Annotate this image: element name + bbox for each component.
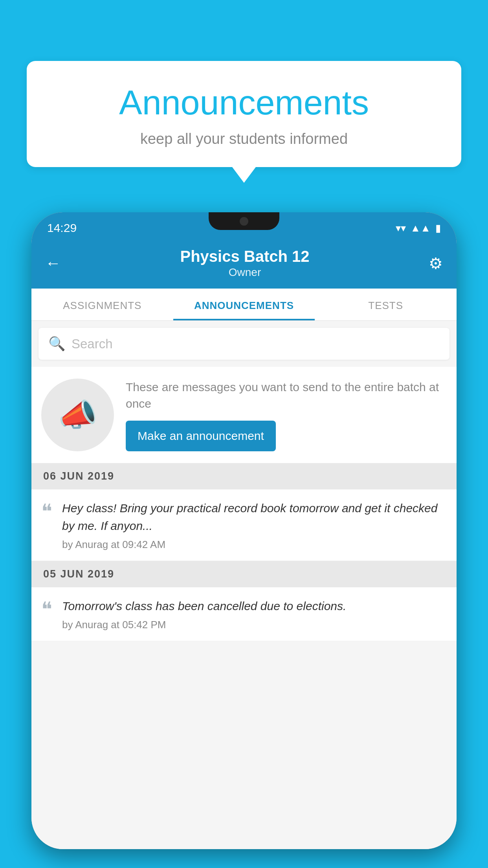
promo-description: These are messages you want to send to t… bbox=[126, 379, 447, 412]
status-time: 14:29 bbox=[47, 221, 77, 235]
tab-announcements[interactable]: ANNOUNCEMENTS bbox=[173, 289, 315, 320]
phone-camera bbox=[240, 217, 248, 226]
gear-icon[interactable]: ⚙ bbox=[429, 254, 443, 272]
announcement-item-1[interactable]: ❝ Hey class! Bring your practical record… bbox=[31, 489, 457, 561]
date-separator-1: 06 JUN 2019 bbox=[31, 463, 457, 489]
speech-bubble: Announcements keep all your students inf… bbox=[27, 61, 461, 167]
make-announcement-button[interactable]: Make an announcement bbox=[126, 421, 276, 451]
back-button[interactable]: ← bbox=[45, 254, 61, 272]
date-separator-2: 05 JUN 2019 bbox=[31, 561, 457, 587]
content-area: 🔍 Search 📣 These are messages you want t… bbox=[31, 321, 457, 849]
phone-body: 14:29 ▾▾ ▲▲ ▮ ← Physics Batch 12 Owner ⚙ bbox=[31, 212, 457, 849]
tab-assignments[interactable]: ASSIGNMENTS bbox=[31, 289, 173, 320]
header-title: Physics Batch 12 bbox=[180, 248, 309, 265]
quote-icon-2: ❝ bbox=[41, 597, 52, 620]
quote-icon-1: ❝ bbox=[41, 499, 52, 522]
bubble-subtitle: keep all your students informed bbox=[50, 131, 438, 147]
phone-mockup: 14:29 ▾▾ ▲▲ ▮ ← Physics Batch 12 Owner ⚙ bbox=[31, 212, 457, 868]
promo-text-area: These are messages you want to send to t… bbox=[126, 379, 447, 451]
phone-screen: 14:29 ▾▾ ▲▲ ▮ ← Physics Batch 12 Owner ⚙ bbox=[31, 212, 457, 849]
tab-tests[interactable]: TESTS bbox=[315, 289, 457, 320]
search-bar[interactable]: 🔍 Search bbox=[39, 328, 449, 360]
wifi-icon: ▾▾ bbox=[396, 222, 406, 234]
signal-icon: ▲▲ bbox=[411, 222, 431, 234]
announcement-text-2: Tomorrow's class has been cancelled due … bbox=[62, 597, 447, 615]
app-header: ← Physics Batch 12 Owner ⚙ bbox=[31, 240, 457, 289]
announcement-content-2: Tomorrow's class has been cancelled due … bbox=[62, 597, 447, 631]
bubble-title: Announcements bbox=[50, 83, 438, 123]
bubble-tail bbox=[232, 167, 256, 183]
announcement-content-1: Hey class! Bring your practical record b… bbox=[62, 499, 447, 551]
megaphone-circle: 📣 bbox=[41, 379, 114, 451]
status-icons: ▾▾ ▲▲ ▮ bbox=[396, 222, 441, 234]
announcement-meta-1: by Anurag at 09:42 AM bbox=[62, 539, 447, 551]
speech-bubble-container: Announcements keep all your students inf… bbox=[27, 61, 461, 183]
header-center: Physics Batch 12 Owner bbox=[180, 248, 309, 279]
battery-icon: ▮ bbox=[435, 222, 441, 234]
search-input-placeholder[interactable]: Search bbox=[72, 337, 113, 351]
promo-card: 📣 These are messages you want to send to… bbox=[31, 367, 457, 463]
search-icon: 🔍 bbox=[48, 336, 66, 352]
header-subtitle: Owner bbox=[180, 266, 309, 279]
tab-bar: ASSIGNMENTS ANNOUNCEMENTS TESTS bbox=[31, 289, 457, 321]
announcement-text-1: Hey class! Bring your practical record b… bbox=[62, 499, 447, 535]
announcement-meta-2: by Anurag at 05:42 PM bbox=[62, 619, 447, 631]
megaphone-icon: 📣 bbox=[58, 397, 97, 434]
announcement-item-2[interactable]: ❝ Tomorrow's class has been cancelled du… bbox=[31, 587, 457, 641]
